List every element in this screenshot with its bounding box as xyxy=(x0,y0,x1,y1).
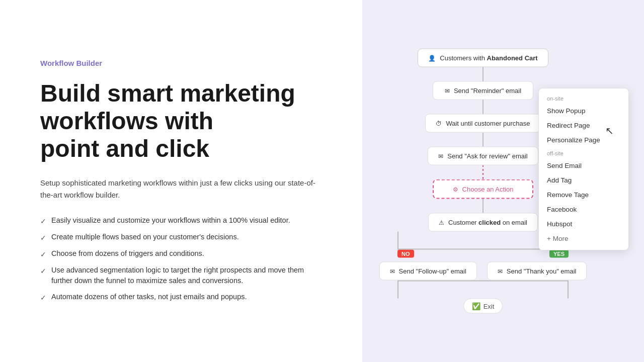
offsite-section-label: off-site xyxy=(539,147,628,158)
condition-label: Customer clicked on email xyxy=(448,219,527,226)
merge-line-left xyxy=(397,281,483,299)
personalize-page-item[interactable]: Personalize Page xyxy=(539,133,628,147)
clock-icon: ⏱ xyxy=(436,120,442,127)
send-review-node: ✉ Send "Ask for review" email xyxy=(428,147,538,165)
thankyou-email-node: ✉ Send "Thank you" email xyxy=(487,262,587,281)
connector-3 xyxy=(482,133,484,147)
list-item: ✓Create multiple flows based on your cus… xyxy=(40,232,322,243)
wait-node: ⏱ Wait until customer purchase xyxy=(425,114,540,133)
hubspot-item[interactable]: Hubspot xyxy=(539,217,628,231)
trigger-label: Customers with Abandoned Cart xyxy=(440,54,537,62)
send-reminder-label: Send "Reminder" email xyxy=(454,87,521,95)
check-icon: ✓ xyxy=(40,293,46,303)
email-icon-4: ✉ xyxy=(498,267,503,275)
check-icon: ✓ xyxy=(40,249,46,260)
yes-badge: YES xyxy=(549,250,569,258)
exit-node: ✅ Exit xyxy=(463,299,503,314)
send-email-item[interactable]: Send Email xyxy=(539,158,628,173)
merge-lines xyxy=(397,281,569,299)
choose-action-node[interactable]: ⚙ Choose an Action xyxy=(433,179,533,199)
gear-icon: ⚙ xyxy=(453,186,458,193)
left-panel: Workflow Builder Build smart marketing w… xyxy=(0,0,362,362)
wait-label: Wait until customer purchase xyxy=(446,120,530,127)
send-reminder-node: ✉ Send "Reminder" email xyxy=(433,81,533,100)
connector-1 xyxy=(482,67,484,81)
list-item: ✓Easily visualize and customize your wor… xyxy=(40,215,322,227)
send-review-label: Send "Ask for review" email xyxy=(447,152,528,160)
choose-action-label: Choose an Action xyxy=(462,186,514,193)
trigger-node: 👤 Customers with Abandoned Cart xyxy=(418,49,548,67)
connector-2 xyxy=(482,100,484,114)
redirect-page-item[interactable]: Redirect Page xyxy=(539,118,628,133)
condition-node: ⚠ Customer clicked on email xyxy=(428,213,538,232)
branch-line-left xyxy=(397,232,483,250)
main-heading: Build smart marketing workflows with poi… xyxy=(40,79,322,163)
list-item: ✓Use advanced segmentation logic to targ… xyxy=(40,265,322,287)
list-item: ✓Automate dozens of other tasks, not jus… xyxy=(40,292,322,303)
merge-line-right xyxy=(483,281,569,299)
branch-nodes: ✉ Send "Follow-up" email ✉ Send "Thank y… xyxy=(379,262,587,281)
alert-icon: ⚠ xyxy=(439,219,444,226)
connector-4-dashed xyxy=(482,165,484,179)
check-icon: ✓ xyxy=(40,216,46,227)
thankyou-label: Send "Thank you" email xyxy=(507,267,577,275)
email-icon: ✉ xyxy=(445,87,450,94)
onsite-section-label: on-site xyxy=(539,93,628,104)
connector-5 xyxy=(482,199,484,213)
no-badge: NO xyxy=(397,250,414,258)
user-icon: 👤 xyxy=(428,54,436,61)
list-item: ✓Choose from dozens of triggers and cond… xyxy=(40,248,322,260)
more-item[interactable]: + More xyxy=(539,231,628,246)
exit-check-icon: ✅ xyxy=(472,302,480,310)
add-tag-item[interactable]: Add Tag xyxy=(539,173,628,188)
followup-label: Send "Follow-up" email xyxy=(399,267,466,275)
feature-list: ✓Easily visualize and customize your wor… xyxy=(40,215,322,304)
right-panel: 👤 Customers with Abandoned Cart ✉ Send "… xyxy=(362,0,644,362)
show-popup-item[interactable]: Show Popup xyxy=(539,104,628,118)
exit-label: Exit xyxy=(484,302,495,310)
description-text: Setup sophisticated marketing workflows … xyxy=(40,177,322,201)
check-icon: ✓ xyxy=(40,266,46,277)
action-dropdown-menu: on-site Show Popup Redirect Page Persona… xyxy=(538,88,629,250)
email-icon-2: ✉ xyxy=(438,152,443,159)
branch-labels: NO YES xyxy=(397,250,569,258)
email-icon-3: ✉ xyxy=(390,267,395,275)
facebook-item[interactable]: Facebook xyxy=(539,202,628,217)
check-icon: ✓ xyxy=(40,233,46,243)
remove-tage-item[interactable]: Remove Tage xyxy=(539,188,628,202)
followup-email-node: ✉ Send "Follow-up" email xyxy=(379,262,477,281)
workflow-builder-label: Workflow Builder xyxy=(40,59,322,67)
